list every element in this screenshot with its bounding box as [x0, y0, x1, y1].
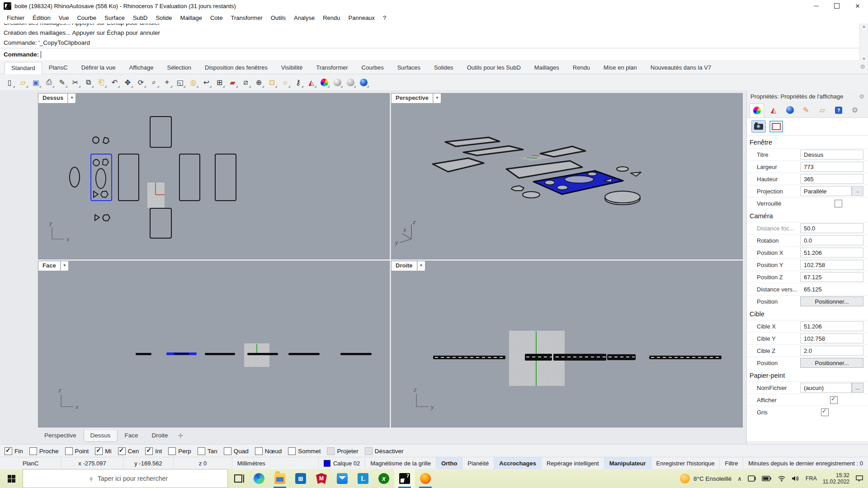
osnap-checkbox[interactable]	[224, 447, 231, 455]
selected-plate-perspective[interactable]	[533, 171, 623, 194]
help-tab-icon[interactable]: ?	[832, 104, 845, 117]
osnap-checkbox[interactable]	[5, 447, 12, 455]
zoom-selected-icon[interactable]: ◎	[187, 76, 199, 89]
lock-icon[interactable]: ⚷	[292, 76, 304, 89]
distance-focale-field[interactable]: 50.0	[800, 223, 863, 233]
zoom-extents-icon[interactable]: ◱	[174, 76, 186, 89]
perspective-canvas[interactable]: z x y	[392, 94, 742, 259]
xbox-icon[interactable]: x	[373, 469, 394, 488]
command-scrollbar[interactable]: ▲ ▼	[859, 23, 868, 62]
car-icon[interactable]: ▰	[226, 76, 239, 89]
menu-item[interactable]: Vue	[55, 13, 73, 23]
file-explorer-icon[interactable]	[269, 469, 290, 488]
largeur-field[interactable]: 773	[800, 162, 863, 172]
status-item[interactable]: Manipulateur	[604, 457, 651, 469]
wallpaper-mode-button[interactable]	[769, 121, 783, 132]
osnap-toggle[interactable]: Mi	[95, 447, 111, 455]
osnap-checkbox[interactable]	[327, 447, 335, 455]
viewport-title-droite[interactable]: Droite	[392, 261, 417, 271]
verrouille-checkbox[interactable]	[835, 200, 842, 207]
toolbar-tab[interactable]: Standard	[5, 62, 42, 74]
toolbar-tab[interactable]: Surfaces	[391, 61, 427, 74]
viewport-tab[interactable]: Perspective	[38, 430, 83, 442]
toolbar-tab[interactable]: Nouveautés dans la V7	[644, 61, 718, 74]
toolbar-tab[interactable]: Disposition des fenêtres	[198, 61, 274, 74]
menu-item[interactable]: Rendu	[319, 13, 344, 23]
status-item[interactable]: Ortho	[436, 457, 462, 469]
artistic-display-icon[interactable]	[358, 76, 370, 89]
viewport-layout-icon[interactable]: ⊞	[213, 76, 226, 89]
viewport-tab[interactable]: Face	[118, 430, 145, 442]
status-item[interactable]: z 0	[174, 457, 232, 469]
lightbulb-icon[interactable]: ☼	[279, 76, 291, 89]
face-canvas[interactable]: z x	[38, 261, 389, 427]
viewport-menu-arrow-icon[interactable]: ▼	[61, 261, 69, 271]
viewport-dessus[interactable]: Dessus ▼	[38, 93, 390, 259]
toolbar-tab[interactable]: Mise en plan	[597, 61, 644, 74]
pan-icon[interactable]: ✥	[122, 76, 134, 89]
osnap-toggle[interactable]: Nœud	[255, 447, 282, 455]
distance-cible-field[interactable]: 65.125	[800, 284, 863, 294]
gris-checkbox[interactable]	[821, 408, 829, 416]
rotate-view-icon[interactable]: ⟳	[135, 76, 147, 89]
object-display-tab-icon[interactable]: ◭	[767, 104, 780, 117]
mcafee-icon[interactable]: M	[311, 469, 332, 488]
zoom-dynamic-icon[interactable]: ⌕	[148, 76, 160, 89]
raytraced-display-icon[interactable]	[344, 76, 357, 89]
camera-mode-button[interactable]	[751, 120, 766, 133]
position-y-field[interactable]: 102.758	[800, 260, 863, 270]
positionner-camera-button[interactable]: Positionner...	[800, 296, 863, 306]
osnap-toggle[interactable]: Fin	[5, 447, 23, 455]
status-item[interactable]: Accrochages	[494, 457, 542, 469]
files-tab-icon[interactable]: ▱	[816, 104, 829, 117]
menu-item[interactable]: Fichier	[3, 13, 28, 23]
arc-center-icon[interactable]: ⊕	[253, 76, 265, 89]
mesh-outlines-top[interactable]	[70, 117, 236, 238]
status-item[interactable]: Magnétisme de la grille	[365, 457, 436, 469]
toolbar-tab[interactable]: PlansC	[42, 61, 75, 74]
tray-expand-icon[interactable]: ∧	[737, 475, 742, 482]
positionner-cible-button[interactable]: Positionner...	[800, 358, 863, 368]
mesh-plates-perspective[interactable]	[433, 137, 585, 178]
menu-item[interactable]: ?	[379, 13, 390, 23]
menu-item[interactable]: Courbe	[73, 13, 100, 23]
settings-tab-icon[interactable]: ⚙	[848, 104, 862, 117]
cible-z-field[interactable]: 2.0	[800, 346, 863, 356]
rotation-field[interactable]: 0.0	[800, 235, 863, 245]
command-prompt[interactable]: Commande:	[0, 48, 860, 61]
osnap-toggle[interactable]: Point	[65, 447, 89, 455]
toolbar-tab[interactable]: Visibilité	[274, 61, 309, 74]
copy-icon[interactable]: ⧉	[82, 76, 94, 89]
menu-item[interactable]: SubD	[129, 13, 152, 23]
menu-item[interactable]: Transformer	[226, 13, 266, 23]
osnap-toggle[interactable]: Int	[145, 447, 162, 455]
zoom-window-icon[interactable]: ⌖	[161, 76, 173, 89]
maximize-button[interactable]	[826, 0, 847, 12]
viewport-tab[interactable]: Dessus	[84, 430, 118, 442]
osnap-toggle[interactable]: Perp	[168, 447, 191, 455]
viewport-perspective[interactable]: Perspective ▼	[391, 93, 743, 259]
viewport-menu-arrow-icon[interactable]: ▼	[417, 261, 425, 271]
volume-icon[interactable]	[792, 475, 800, 482]
toolbar-options-gear-icon[interactable]: ⚙	[860, 63, 865, 70]
toolbar-tab[interactable]: Outils pour les SubD	[460, 61, 528, 74]
keyboard-language[interactable]: FRA	[806, 475, 817, 482]
osnap-toggle[interactable]: Tan	[198, 447, 217, 455]
undo-view-icon[interactable]: ↩	[200, 76, 212, 89]
nomfichier-field[interactable]: (aucun)	[800, 383, 852, 393]
cplane-icon[interactable]: ⧄	[240, 76, 252, 89]
menu-item[interactable]: Cote	[206, 13, 226, 23]
toolbar-tab[interactable]: Définir la vue	[75, 61, 123, 74]
taskbar-clock[interactable]: 15:32 11.02.2022	[823, 472, 849, 485]
status-item[interactable]: Planéité	[462, 457, 494, 469]
hauteur-field[interactable]: 365	[800, 174, 863, 184]
menu-item[interactable]: Maillage	[176, 13, 206, 23]
toolbar-tab[interactable]: Courbes	[355, 61, 391, 74]
menu-item[interactable]: Analyse	[290, 13, 319, 23]
osnap-checkbox[interactable]	[365, 447, 373, 455]
new-file-icon[interactable]: ▯	[4, 76, 16, 89]
gumball-icon[interactable]: ⊡	[266, 76, 278, 89]
taskbar-search[interactable]: ⌕ Taper ici pour rechercher	[23, 469, 228, 488]
osnap-toggle[interactable]: Projeter	[327, 447, 358, 455]
rhino-taskbar-icon[interactable]: 7	[394, 469, 415, 488]
